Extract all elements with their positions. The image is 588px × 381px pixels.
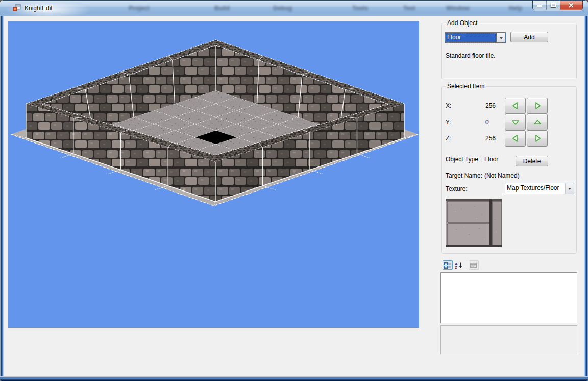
texture-dropdown[interactable]: Map Textures/Floor	[505, 183, 574, 194]
arrow-right-icon	[533, 101, 542, 110]
x-label: X:	[446, 98, 451, 114]
add-button-label: Add	[524, 34, 534, 41]
caption-buttons	[532, 1, 583, 10]
titlebar-sheen	[0, 1, 588, 16]
x-value: 256	[485, 98, 496, 114]
arrow-left-icon	[511, 134, 520, 143]
alphabetical-sort-button[interactable]: A Z	[454, 260, 464, 270]
arrow-left-icon	[511, 101, 520, 110]
add-object-group: Add Object Floor Add Standard floor tile…	[441, 23, 577, 79]
property-pages-icon	[470, 261, 478, 269]
target-name-label: Target Name:	[446, 171, 482, 181]
y-increase-button[interactable]	[527, 114, 548, 130]
y-value: 0	[485, 114, 489, 130]
ghost-menu-item: Debug	[273, 5, 292, 12]
close-icon	[568, 2, 574, 8]
categorized-button[interactable]	[443, 260, 453, 270]
property-description-panel	[440, 325, 577, 354]
object-type-label: Object Type:	[446, 154, 480, 165]
ghost-menu-item: Build	[214, 5, 230, 12]
dropdown-button[interactable]	[565, 183, 574, 194]
z-decrease-button[interactable]	[505, 130, 526, 147]
title-bar[interactable]: KnightEdit Project Build Debug Tools Tes…	[0, 0, 588, 16]
ghost-menu-item: Test	[403, 5, 415, 12]
object-description: Standard floor tile.	[446, 52, 495, 59]
isometric-scene	[8, 21, 419, 328]
add-object-group-title: Add Object	[446, 19, 479, 27]
target-name-value: (Not Named)	[484, 171, 520, 181]
client-area: Add Object Floor Add Standard floor tile…	[4, 16, 584, 376]
z-increase-button[interactable]	[527, 130, 548, 147]
app-icon	[13, 4, 21, 12]
ghost-menu-item: Project	[129, 5, 150, 12]
categorized-icon	[444, 261, 452, 269]
add-button[interactable]: Add	[510, 32, 548, 42]
property-grid-list[interactable]	[440, 272, 577, 323]
window-title: KnightEdit	[24, 5, 53, 12]
x-decrease-button[interactable]	[505, 98, 526, 114]
minimize-icon	[537, 5, 542, 7]
window-frame-left	[0, 16, 4, 376]
object-type-dropdown-value: Floor	[446, 33, 497, 42]
svg-text:Z: Z	[455, 265, 457, 269]
alphabetical-sort-icon: A Z	[455, 261, 463, 269]
chevron-down-icon	[500, 37, 503, 41]
object-type-dropdown[interactable]: Floor	[445, 32, 506, 43]
minimize-button[interactable]	[533, 1, 547, 10]
maximize-icon	[551, 3, 556, 7]
delete-button-label: Delete	[523, 158, 541, 165]
arrow-right-icon	[533, 134, 542, 143]
selected-item-group-title: Selected Item	[446, 83, 486, 90]
arrow-down-icon	[511, 117, 520, 127]
object-type-value: Floor	[484, 154, 498, 165]
selected-item-group: Selected Item X: 256 Y: 0	[441, 86, 577, 254]
x-increase-button[interactable]	[527, 98, 548, 114]
property-pages-button	[469, 260, 479, 270]
close-button[interactable]	[560, 1, 582, 10]
z-label: Z:	[446, 130, 451, 147]
arrow-up-icon	[533, 117, 542, 127]
ghost-menu-item: Window	[446, 5, 470, 12]
window-frame-right	[584, 16, 588, 376]
y-decrease-button[interactable]	[505, 114, 526, 130]
window-frame-bottom	[0, 376, 588, 381]
ghost-menu-item: Tools	[352, 5, 368, 12]
dropdown-button[interactable]	[497, 33, 505, 42]
y-label: Y:	[446, 114, 451, 130]
delete-button[interactable]: Delete	[516, 156, 548, 166]
map-viewport[interactable]	[8, 21, 419, 328]
toolbar-separator	[467, 261, 467, 269]
ghost-menu-item: Help	[509, 5, 522, 12]
texture-preview	[446, 199, 502, 247]
maximize-button[interactable]	[547, 1, 560, 10]
app-window: KnightEdit Project Build Debug Tools Tes…	[0, 0, 588, 381]
texture-dropdown-value: Map Textures/Floor	[505, 183, 565, 194]
texture-label: Texture:	[446, 184, 468, 195]
chevron-down-icon	[568, 188, 571, 192]
z-value: 256	[485, 130, 496, 147]
